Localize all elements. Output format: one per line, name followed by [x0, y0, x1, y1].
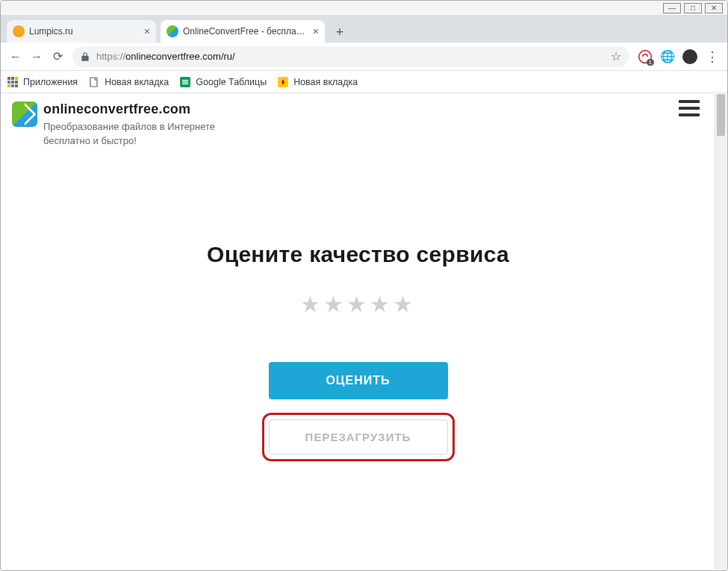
- vertical-scrollbar[interactable]: [715, 94, 727, 570]
- svg-rect-4: [7, 81, 10, 84]
- bookmark-label: Google Таблицы: [196, 77, 267, 87]
- browser-menu-button[interactable]: ⋮: [702, 49, 723, 65]
- bookmark-new-tab-2[interactable]: Новая вкладка: [277, 76, 358, 88]
- adblock-extension-icon[interactable]: 1: [638, 49, 653, 64]
- sheets-icon: [179, 76, 191, 88]
- apps-icon: [7, 76, 19, 88]
- globe-extension-icon[interactable]: 🌐: [660, 49, 675, 64]
- svg-rect-3: [15, 77, 18, 80]
- site-title[interactable]: onlineconvertfree.com: [43, 102, 215, 117]
- rating-stars[interactable]: ★★★★★: [1, 291, 715, 317]
- reload-button[interactable]: ⟳: [47, 46, 68, 67]
- profile-avatar-icon[interactable]: [682, 49, 697, 64]
- reload-button-highlight: ПЕРЕЗАГРУЗИТЬ: [262, 413, 455, 461]
- svg-rect-6: [15, 81, 18, 84]
- svg-rect-2: [11, 77, 14, 80]
- bookmark-label: Новая вкладка: [105, 77, 169, 87]
- bookmarks-bar: Приложения Новая вкладка Google Таблицы …: [1, 71, 727, 93]
- rating-section: Оцените качество сервиса ★★★★★ ОЦЕНИТЬ П…: [1, 242, 715, 461]
- svg-rect-14: [182, 83, 188, 84]
- bookmark-label: Приложения: [23, 77, 78, 87]
- svg-rect-7: [7, 84, 10, 87]
- page-icon: [88, 76, 100, 88]
- window-titlebar: — □ ✕: [1, 1, 727, 16]
- back-button[interactable]: ←: [5, 46, 26, 67]
- window-close-button[interactable]: ✕: [705, 3, 723, 13]
- tab-lumpics[interactable]: Lumpics.ru ×: [7, 20, 156, 43]
- tab-favicon-icon: [13, 25, 25, 37]
- svg-rect-12: [182, 80, 188, 81]
- page-viewport: onlineconvertfree.com Преобразование фай…: [1, 94, 727, 570]
- url-text: https://onlineconvertfree.com/ru/: [96, 51, 606, 62]
- window-maximize-button[interactable]: □: [684, 3, 702, 13]
- tab-title: Lumpics.ru: [29, 26, 140, 37]
- bookmark-label: Новая вкладка: [293, 77, 358, 87]
- rating-heading: Оцените качество сервиса: [1, 242, 715, 267]
- tab-close-icon[interactable]: ×: [144, 25, 150, 37]
- url-host: onlineconvertfree.com/ru/: [125, 51, 235, 62]
- address-bar[interactable]: https://onlineconvertfree.com/ru/ ☆: [72, 46, 629, 67]
- yandex-icon: [277, 76, 289, 88]
- bookmark-new-tab-1[interactable]: Новая вкладка: [88, 76, 169, 88]
- url-protocol: https://: [96, 51, 125, 62]
- adblock-badge: 1: [647, 59, 654, 66]
- browser-toolbar: ← → ⟳ https://onlineconvertfree.com/ru/ …: [1, 43, 727, 71]
- tab-favicon-icon: [167, 25, 178, 37]
- tab-title: OnlineConvertFree - бесплатный: [183, 26, 308, 37]
- svg-rect-5: [11, 81, 14, 84]
- bookmark-apps[interactable]: Приложения: [7, 76, 78, 88]
- site-header: onlineconvertfree.com Преобразование фай…: [1, 94, 715, 156]
- svg-rect-10: [90, 78, 97, 87]
- lock-icon: [80, 52, 90, 62]
- site-title-block: onlineconvertfree.com Преобразование фай…: [43, 102, 215, 149]
- svg-rect-9: [15, 84, 18, 87]
- rate-button[interactable]: ОЦЕНИТЬ: [269, 362, 448, 399]
- page-content: onlineconvertfree.com Преобразование фай…: [1, 94, 715, 570]
- site-logo-icon[interactable]: [12, 102, 37, 127]
- reload-button[interactable]: ПЕРЕЗАГРУЗИТЬ: [269, 419, 448, 455]
- svg-rect-8: [11, 84, 14, 87]
- window-minimize-button[interactable]: —: [663, 3, 681, 13]
- bookmark-google-sheets[interactable]: Google Таблицы: [179, 76, 267, 88]
- forward-button[interactable]: →: [26, 46, 47, 67]
- browser-window: — □ ✕ Lumpics.ru × OnlineConvertFree - б…: [0, 0, 728, 571]
- svg-rect-13: [182, 81, 188, 82]
- hamburger-menu-icon[interactable]: [679, 100, 700, 116]
- new-tab-button[interactable]: +: [329, 22, 350, 43]
- tab-close-icon[interactable]: ×: [313, 25, 319, 37]
- scrollbar-thumb[interactable]: [717, 94, 725, 136]
- site-subtitle: Преобразование файлов в Интернете беспла…: [43, 120, 215, 149]
- extension-icons: 1 🌐: [633, 49, 702, 64]
- tab-onlineconvertfree[interactable]: OnlineConvertFree - бесплатный ×: [161, 20, 325, 43]
- bookmark-star-icon[interactable]: ☆: [611, 49, 621, 63]
- tab-strip: Lumpics.ru × OnlineConvertFree - бесплат…: [1, 16, 727, 43]
- svg-rect-1: [7, 77, 10, 80]
